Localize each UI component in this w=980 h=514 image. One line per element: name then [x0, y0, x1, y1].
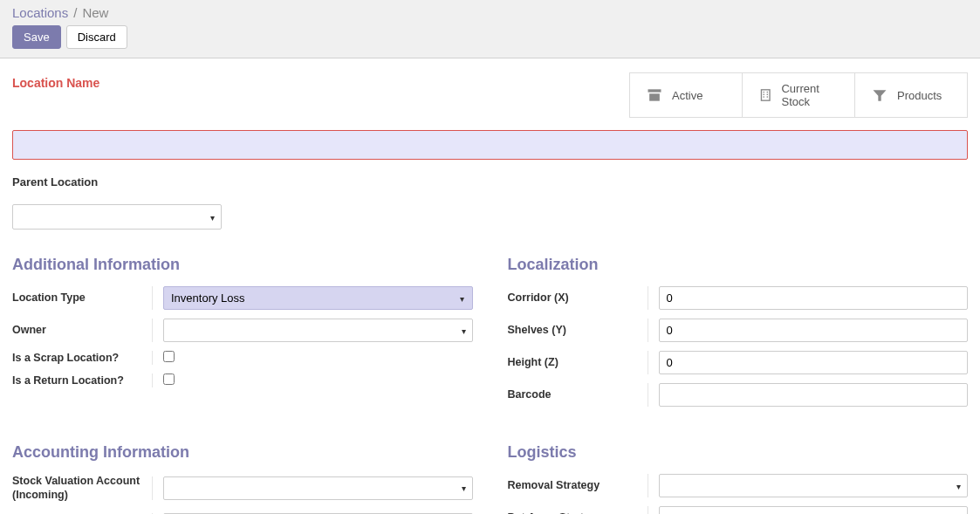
owner-label: Owner: [12, 323, 152, 337]
header-row: Location Name Active Current Stock Produ…: [12, 72, 968, 118]
archive-icon: [646, 86, 663, 104]
row-location-type: Location Type Inventory Loss: [12, 286, 473, 310]
scrap-checkbox[interactable]: [163, 351, 175, 362]
putaway-dropdown[interactable]: [659, 506, 969, 514]
row-return: Is a Return Location?: [12, 374, 473, 387]
col-accounting: Accounting Information Stock Valuation A…: [12, 443, 473, 514]
location-name-label: Location Name: [12, 72, 99, 90]
breadcrumb-parent[interactable]: Locations: [12, 5, 68, 20]
col-logistics: Logistics Removal Strategy Put Away Stra…: [508, 443, 969, 514]
breadcrumb-current: New: [82, 5, 108, 20]
action-buttons: Save Discard: [12, 25, 968, 49]
svg-rect-8: [767, 96, 768, 97]
return-checkbox[interactable]: [163, 374, 175, 385]
building-icon: [758, 86, 772, 104]
svg-rect-3: [763, 92, 764, 93]
breadcrumb: Locations / New: [12, 5, 968, 20]
row-barcode: Barcode: [508, 383, 969, 407]
row-corridor: Corridor (X): [508, 286, 969, 310]
topbar: Locations / New Save Discard: [0, 0, 980, 58]
parent-location-label: Parent Location: [12, 175, 968, 188]
removal-dropdown[interactable]: [659, 474, 969, 497]
barcode-label: Barcode: [508, 387, 648, 401]
svg-rect-0: [648, 89, 661, 92]
incoming-input[interactable]: [163, 476, 473, 500]
stat-products[interactable]: Products: [855, 73, 967, 117]
row-putaway: Put Away Strategy: [508, 506, 969, 514]
row-height: Height (Z): [508, 351, 969, 374]
localization-title: Localization: [508, 256, 969, 274]
accounting-title: Accounting Information: [12, 443, 473, 462]
incoming-dropdown[interactable]: [163, 476, 473, 500]
height-label: Height (Z): [508, 355, 648, 369]
row-incoming: Stock Valuation Account (Incoming): [12, 474, 473, 503]
discard-button[interactable]: Discard: [66, 25, 127, 49]
svg-rect-7: [763, 96, 764, 97]
removal-label: Removal Strategy: [508, 478, 648, 492]
shelves-label: Shelves (Y): [508, 323, 648, 337]
breadcrumb-sep: /: [73, 5, 77, 20]
row-removal: Removal Strategy: [508, 474, 969, 497]
stat-current-stock-label: Current Stock: [781, 82, 839, 108]
stat-products-label: Products: [897, 89, 942, 102]
svg-rect-2: [761, 90, 770, 100]
svg-rect-5: [763, 94, 764, 95]
corridor-input[interactable]: [659, 286, 969, 310]
incoming-label: Stock Valuation Account (Incoming): [12, 474, 152, 503]
stat-current-stock[interactable]: Current Stock: [743, 73, 855, 117]
row-outgoing: Stock Valuation Account (Outgoing): [12, 511, 473, 515]
filter-icon: [871, 86, 888, 104]
putaway-input[interactable]: [659, 506, 969, 514]
form-content: Location Name Active Current Stock Produ…: [0, 58, 980, 514]
barcode-input[interactable]: [659, 383, 969, 407]
svg-rect-6: [767, 94, 768, 95]
parent-location-input[interactable]: [12, 204, 222, 230]
row-shelves: Shelves (Y): [508, 319, 969, 342]
location-type-select-wrap[interactable]: Inventory Loss: [163, 286, 473, 310]
removal-input[interactable]: [659, 474, 969, 497]
stat-active-label: Active: [672, 89, 702, 102]
owner-dropdown[interactable]: [163, 319, 473, 342]
columns-1: Additional Information Location Type Inv…: [12, 256, 968, 415]
corridor-label: Corridor (X): [508, 291, 648, 305]
stat-buttons: Active Current Stock Products: [629, 72, 968, 118]
stat-active[interactable]: Active: [630, 73, 743, 117]
save-button[interactable]: Save: [12, 25, 61, 49]
logistics-title: Logistics: [508, 443, 969, 462]
owner-input[interactable]: [163, 319, 473, 342]
location-name-input[interactable]: [12, 130, 968, 160]
svg-rect-1: [649, 93, 660, 100]
row-scrap: Is a Scrap Location?: [12, 351, 473, 365]
outgoing-label: Stock Valuation Account (Outgoing): [12, 511, 152, 515]
additional-title: Additional Information: [12, 256, 473, 274]
return-label: Is a Return Location?: [12, 374, 152, 387]
columns-2: Accounting Information Stock Valuation A…: [12, 443, 968, 514]
putaway-label: Put Away Strategy: [508, 511, 648, 514]
col-additional: Additional Information Location Type Inv…: [12, 256, 473, 415]
location-type-select[interactable]: Inventory Loss: [163, 286, 473, 310]
location-type-label: Location Type: [12, 291, 152, 305]
parent-location-block: Parent Location: [12, 175, 968, 230]
col-localization: Localization Corridor (X) Shelves (Y) He…: [508, 256, 969, 415]
svg-rect-4: [767, 92, 768, 93]
scrap-label: Is a Scrap Location?: [12, 351, 152, 365]
row-owner: Owner: [12, 319, 473, 342]
parent-location-dropdown[interactable]: [12, 204, 222, 230]
shelves-input[interactable]: [659, 319, 969, 342]
height-input[interactable]: [659, 351, 969, 374]
